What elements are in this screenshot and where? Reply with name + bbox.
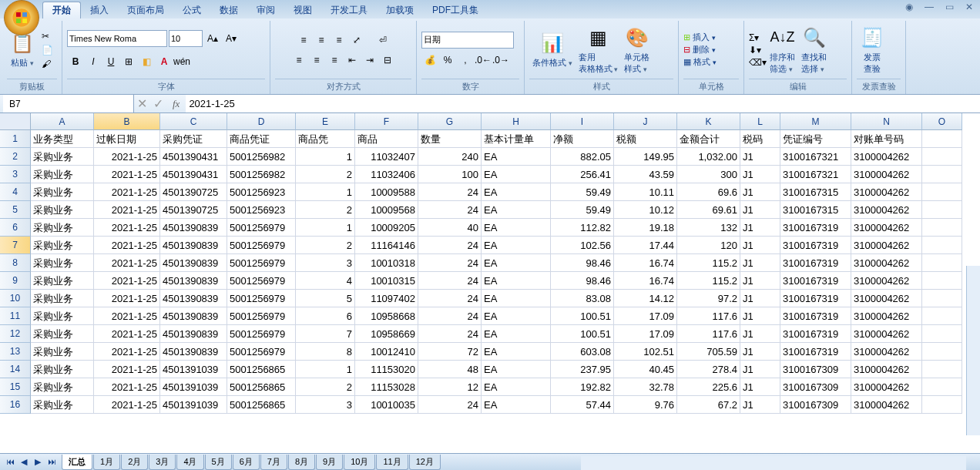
fx-icon[interactable]: fx bbox=[166, 98, 186, 110]
header-cell[interactable]: 对账单号码 bbox=[851, 130, 922, 148]
decrease-decimal-icon[interactable]: .0→ bbox=[492, 52, 509, 69]
data-cell[interactable]: 5001256982 bbox=[227, 148, 296, 166]
indent-inc-icon[interactable]: ⇥ bbox=[361, 52, 378, 69]
data-cell[interactable]: 1,032.00 bbox=[677, 148, 740, 166]
ribbon-tab-2[interactable]: 页面布局 bbox=[118, 2, 173, 18]
data-cell[interactable]: 3100004262 bbox=[851, 219, 922, 237]
data-cell[interactable]: EA bbox=[482, 361, 551, 378]
data-cell[interactable]: J1 bbox=[740, 237, 780, 254]
data-cell[interactable]: 10010318 bbox=[355, 254, 418, 272]
font-name-select[interactable] bbox=[67, 30, 167, 47]
data-cell[interactable]: 3100004262 bbox=[851, 290, 922, 307]
col-header-D[interactable]: D bbox=[227, 113, 296, 130]
sheet-tab-汇总[interactable]: 汇总 bbox=[62, 455, 92, 470]
data-cell[interactable]: EA bbox=[482, 290, 551, 307]
row-header-12[interactable]: 12 bbox=[0, 325, 31, 343]
data-cell[interactable]: 11153028 bbox=[355, 378, 418, 396]
data-cell[interactable]: 采购业务 bbox=[31, 166, 94, 183]
format-painter-icon[interactable]: 🖌 bbox=[41, 58, 54, 70]
data-cell[interactable]: J1 bbox=[740, 343, 780, 361]
clear-icon[interactable]: ⌫▾ bbox=[749, 57, 767, 68]
ribbon-tab-5[interactable]: 审阅 bbox=[247, 2, 284, 18]
data-cell[interactable]: 采购业务 bbox=[31, 396, 94, 414]
data-cell[interactable]: 3100167319 bbox=[780, 325, 851, 343]
data-cell[interactable]: 5001256979 bbox=[227, 219, 296, 237]
align-center-icon[interactable]: ≡ bbox=[308, 52, 325, 69]
italic-button[interactable]: I bbox=[85, 53, 102, 70]
data-cell[interactable]: 100.51 bbox=[551, 325, 614, 343]
data-cell[interactable]: 2021-1-25 bbox=[94, 361, 160, 378]
data-cell[interactable]: 5001256979 bbox=[227, 254, 296, 272]
header-cell[interactable]: 商品凭证 bbox=[227, 130, 296, 148]
data-cell[interactable]: 5001256979 bbox=[227, 237, 296, 254]
data-cell[interactable]: 11097402 bbox=[355, 290, 418, 307]
data-cell[interactable]: 采购业务 bbox=[31, 343, 94, 361]
data-cell[interactable]: 5001256923 bbox=[227, 201, 296, 219]
data-cell[interactable]: EA bbox=[482, 201, 551, 219]
orientation-icon[interactable]: ⤢ bbox=[348, 32, 365, 49]
data-cell[interactable]: 11032407 bbox=[355, 148, 418, 166]
sheet-tab-5月[interactable]: 5月 bbox=[205, 455, 232, 470]
data-cell[interactable]: 24 bbox=[418, 272, 482, 290]
number-format-select[interactable] bbox=[421, 32, 514, 49]
data-cell[interactable] bbox=[922, 254, 962, 272]
data-cell[interactable]: J1 bbox=[740, 201, 780, 219]
font-color-button[interactable]: A bbox=[156, 53, 173, 70]
data-cell[interactable]: 102.56 bbox=[551, 237, 614, 254]
header-cell[interactable]: 凭证编号 bbox=[780, 130, 851, 148]
data-cell[interactable]: 2 bbox=[296, 378, 355, 396]
data-cell[interactable] bbox=[922, 166, 962, 183]
data-cell[interactable]: 3100004262 bbox=[851, 396, 922, 414]
data-cell[interactable]: 882.05 bbox=[551, 148, 614, 166]
sheet-tab-11月[interactable]: 11月 bbox=[376, 455, 408, 470]
data-cell[interactable]: 3100004262 bbox=[851, 201, 922, 219]
data-cell[interactable]: 43.59 bbox=[614, 166, 677, 183]
data-cell[interactable]: 98.46 bbox=[551, 272, 614, 290]
currency-icon[interactable]: 💰 bbox=[421, 52, 438, 69]
increase-font-icon[interactable]: A▴ bbox=[204, 30, 221, 47]
data-cell[interactable] bbox=[922, 378, 962, 396]
data-cell[interactable]: EA bbox=[482, 325, 551, 343]
minimize-ribbon-icon[interactable]: — bbox=[923, 2, 935, 12]
data-cell[interactable]: 10010035 bbox=[355, 396, 418, 414]
data-cell[interactable]: 4501390725 bbox=[160, 201, 227, 219]
data-cell[interactable]: 12 bbox=[418, 378, 482, 396]
ribbon-tab-1[interactable]: 插入 bbox=[81, 2, 118, 18]
ribbon-tab-6[interactable]: 视图 bbox=[284, 2, 321, 18]
data-cell[interactable]: EA bbox=[482, 219, 551, 237]
cancel-formula-icon[interactable]: ✕ bbox=[134, 96, 150, 111]
data-cell[interactable]: J1 bbox=[740, 290, 780, 307]
data-cell[interactable]: 10009205 bbox=[355, 219, 418, 237]
data-cell[interactable] bbox=[922, 237, 962, 254]
data-cell[interactable]: 3100004262 bbox=[851, 272, 922, 290]
restore-icon[interactable]: ▭ bbox=[943, 2, 955, 12]
data-cell[interactable]: 采购业务 bbox=[31, 272, 94, 290]
data-cell[interactable]: J1 bbox=[740, 166, 780, 183]
data-cell[interactable]: 4501390839 bbox=[160, 343, 227, 361]
data-cell[interactable]: 2021-1-25 bbox=[94, 237, 160, 254]
ribbon-tab-0[interactable]: 开始 bbox=[42, 2, 81, 18]
data-cell[interactable]: 3100167319 bbox=[780, 219, 851, 237]
data-cell[interactable]: 2021-1-25 bbox=[94, 166, 160, 183]
data-cell[interactable]: 115.2 bbox=[677, 272, 740, 290]
data-cell[interactable]: 98.46 bbox=[551, 254, 614, 272]
data-cell[interactable]: EA bbox=[482, 307, 551, 325]
data-cell[interactable]: 3100004262 bbox=[851, 361, 922, 378]
data-cell[interactable]: 1 bbox=[296, 219, 355, 237]
data-cell[interactable]: 4501390431 bbox=[160, 148, 227, 166]
data-cell[interactable]: 10009588 bbox=[355, 183, 418, 201]
data-cell[interactable]: 2 bbox=[296, 166, 355, 183]
data-cell[interactable]: J1 bbox=[740, 396, 780, 414]
data-cell[interactable]: 11153020 bbox=[355, 361, 418, 378]
row-header-1[interactable]: 1 bbox=[0, 130, 31, 148]
data-cell[interactable]: 10009568 bbox=[355, 201, 418, 219]
data-cell[interactable]: 4501390839 bbox=[160, 254, 227, 272]
row-header-11[interactable]: 11 bbox=[0, 307, 31, 325]
data-cell[interactable]: 2021-1-25 bbox=[94, 396, 160, 414]
row-header-10[interactable]: 10 bbox=[0, 290, 31, 307]
invoice-check-button[interactable]: 🧾发票 查验 bbox=[857, 24, 888, 76]
sheet-nav-prev-icon[interactable]: ◀ bbox=[17, 457, 31, 467]
align-right-icon[interactable]: ≡ bbox=[326, 52, 343, 69]
col-header-G[interactable]: G bbox=[418, 113, 482, 130]
data-cell[interactable]: 采购业务 bbox=[31, 254, 94, 272]
